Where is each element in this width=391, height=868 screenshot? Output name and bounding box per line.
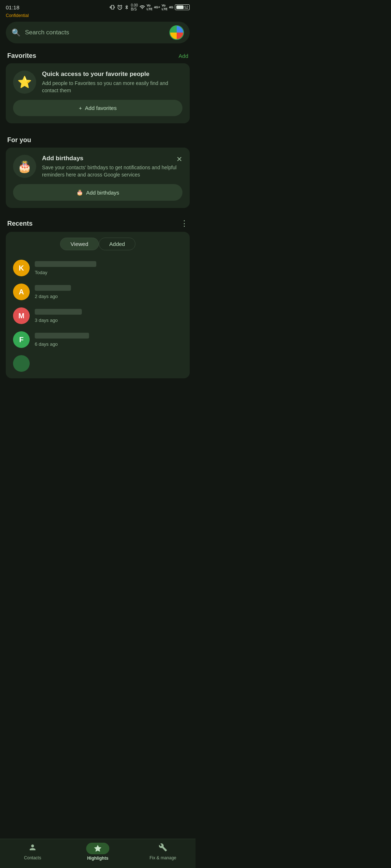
- contact-item-5[interactable]: [6, 352, 190, 375]
- favorites-section-header: Favorites Add: [0, 46, 196, 63]
- contact-item-4[interactable]: F 6 days ago: [6, 328, 190, 352]
- signal-4g2: 4G: [169, 5, 173, 9]
- contact-item-3[interactable]: M 3 days ago: [6, 304, 190, 328]
- battery-icon: 52: [175, 4, 190, 10]
- birthdays-close-button[interactable]: ✕: [173, 155, 182, 163]
- favorites-card-desc: Add people to Favorites so you can more …: [42, 80, 182, 94]
- contact-time-4: 6 days ago: [35, 341, 182, 347]
- contact-time-3: 3 days ago: [35, 318, 182, 323]
- signal-vo2: VoLTE: [162, 4, 168, 11]
- contact-time-2: 2 days ago: [35, 294, 182, 299]
- birthdays-icon: 🎂: [13, 155, 36, 178]
- favorites-title: Favorites: [7, 52, 36, 60]
- contact-name-blur-3: [35, 309, 82, 315]
- contact-name-blur-2: [35, 285, 71, 291]
- contact-name-blur-1: [35, 261, 96, 267]
- contact-info-1: Today: [35, 261, 182, 275]
- favorites-icon: ⭐: [13, 71, 36, 94]
- birthdays-card-desc: Save your contacts' birthdays to get not…: [42, 164, 182, 178]
- contact-info-3: 3 days ago: [35, 309, 182, 323]
- favorites-card-inner: ⭐ Quick access to your favorite people A…: [13, 71, 182, 94]
- recents-card: Viewed Added K Today A 2 days ago M: [6, 232, 190, 378]
- search-bar[interactable]: 🔍 Search contacts: [6, 22, 190, 43]
- favorites-card-text: Quick access to your favorite people Add…: [42, 71, 182, 94]
- contact-info-2: 2 days ago: [35, 285, 182, 299]
- search-input[interactable]: Search contacts: [25, 29, 165, 36]
- for-you-title: For you: [7, 136, 31, 144]
- contact-avatar-m: M: [13, 307, 30, 324]
- wifi-icon: [139, 4, 145, 10]
- add-favorites-icon: +: [79, 105, 82, 111]
- add-birthdays-icon: 🎂: [76, 189, 83, 196]
- search-bar-container: 🔍 Search contacts: [0, 19, 196, 46]
- recents-section: Recents ⋮ Viewed Added K Today A 2 day: [0, 215, 196, 378]
- contact-item-1[interactable]: K Today: [6, 256, 190, 280]
- contact-avatar-a: A: [13, 284, 30, 300]
- bluetooth-icon: [124, 5, 129, 10]
- contact-avatar-k: K: [13, 260, 30, 276]
- add-birthdays-button[interactable]: 🎂 Add birthdays: [13, 184, 182, 201]
- data-speed: 0.00B/S: [131, 3, 138, 11]
- tab-added[interactable]: Added: [99, 238, 135, 250]
- status-bar: 01:18 0.00B/S VoLTE 4G+ VoLTE 4G 52: [0, 0, 196, 13]
- vibrate-icon: [110, 4, 115, 10]
- signal-indicators: VoLTE: [147, 4, 152, 11]
- favorites-add-button[interactable]: Add: [178, 53, 188, 59]
- recents-header: Recents ⋮: [0, 215, 196, 232]
- alarm-icon: [117, 4, 123, 10]
- for-you-section-header: For you: [0, 131, 196, 148]
- favorites-card: ⭐ Quick access to your favorite people A…: [6, 63, 190, 123]
- tab-viewed[interactable]: Viewed: [60, 238, 99, 250]
- contact-avatar-f: F: [13, 331, 30, 348]
- contact-avatar-partial: [13, 355, 30, 372]
- favorites-card-title: Quick access to your favorite people: [42, 71, 182, 78]
- recents-tabs: Viewed Added: [6, 238, 190, 250]
- birthdays-card: 🎂 Add birthdays ✕ Save your contacts' bi…: [6, 148, 190, 208]
- status-icons: 0.00B/S VoLTE 4G+ VoLTE 4G 52: [110, 3, 190, 11]
- birthdays-card-text: Add birthdays ✕ Save your contacts' birt…: [42, 155, 182, 178]
- search-icon: 🔍: [12, 28, 21, 37]
- add-favorites-button[interactable]: + Add favorites: [13, 100, 182, 116]
- birthdays-card-title: Add birthdays: [42, 155, 83, 162]
- profile-avatar[interactable]: [169, 25, 184, 40]
- contact-name-blur-4: [35, 333, 89, 339]
- confidential-label: Confidential: [0, 13, 196, 19]
- birthdays-card-header-row: Add birthdays ✕: [42, 155, 182, 164]
- add-favorites-label: Add favorites: [85, 105, 117, 111]
- status-time: 01:18: [6, 4, 20, 10]
- contact-info-4: 6 days ago: [35, 333, 182, 347]
- signal-4g: 4G+: [154, 5, 160, 9]
- add-birthdays-label: Add birthdays: [86, 190, 119, 196]
- recents-more-button[interactable]: ⋮: [180, 219, 188, 228]
- contact-time-1: Today: [35, 270, 182, 275]
- birthdays-card-inner: 🎂 Add birthdays ✕ Save your contacts' bi…: [13, 155, 182, 178]
- recents-title: Recents: [7, 220, 33, 227]
- contact-item-2[interactable]: A 2 days ago: [6, 280, 190, 304]
